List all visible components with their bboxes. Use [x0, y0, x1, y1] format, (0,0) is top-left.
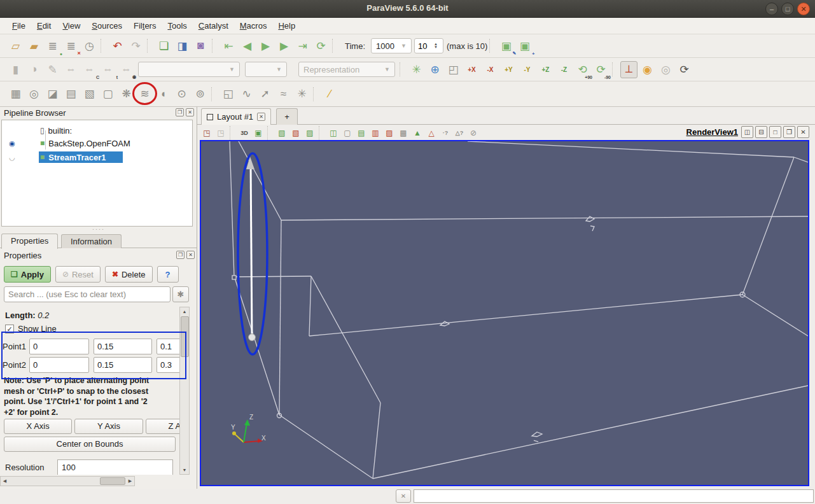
menu-edit[interactable]: Edit — [31, 19, 57, 32]
abort-progress-button[interactable]: ✕ — [396, 489, 411, 503]
point2-x-field[interactable] — [29, 357, 89, 373]
close-button[interactable]: ✕ — [797, 3, 810, 15]
set-view-minus-z-icon[interactable]: -Z — [555, 61, 573, 78]
undo-icon[interactable]: ↶ — [109, 38, 126, 55]
probe-location-icon[interactable]: ✳ — [293, 85, 310, 102]
title-bar[interactable]: ParaView 5.6.0 64-bit ‒□✕ — [0, 0, 815, 18]
scroll-down-icon[interactable]: ▼ — [180, 466, 189, 474]
point1-y-field[interactable] — [94, 339, 152, 354]
properties-vertical-scrollbar[interactable]: ▲ ▼ — [179, 307, 190, 475]
scroll-right-icon[interactable]: ▶ — [126, 477, 134, 486]
threshold-icon[interactable]: ▧ — [81, 85, 98, 102]
pipeline-item-builtin[interactable]: ▯ builtin: — [2, 124, 192, 137]
pipeline-item-streamtracer[interactable]: ◡ ■ StreamTracer1 — [2, 151, 192, 164]
maximize-view-button[interactable]: □ — [769, 126, 781, 138]
scrollbar-thumb[interactable] — [181, 316, 189, 357]
show-line-checkbox[interactable]: ✓ — [5, 325, 14, 333]
export-scene-icon[interactable]: ◳ — [200, 127, 213, 139]
new-layout-tab[interactable]: + — [276, 108, 298, 125]
menu-catalyst[interactable]: Catalyst — [193, 19, 234, 32]
maximize-button[interactable]: □ — [781, 3, 794, 15]
rotate-90-cw-icon[interactable]: ⟳-90 — [592, 61, 610, 78]
search-input[interactable] — [4, 286, 171, 302]
seed-line-sphere-handle[interactable] — [249, 334, 256, 341]
point1-x-field[interactable] — [29, 339, 89, 354]
plot-selection-over-time-icon[interactable]: ≈ — [275, 85, 292, 102]
split-horizontal-button[interactable]: ◫ — [741, 126, 753, 138]
center-on-bounds-button[interactable]: Center on Bounds — [4, 437, 176, 452]
zoom-to-box-icon[interactable]: ◰ — [445, 61, 462, 78]
extract-block-icon[interactable]: ⊚ — [192, 85, 209, 102]
visibility-eye-closed-icon[interactable]: ◡ — [7, 153, 17, 162]
color-palette-icon[interactable]: ◙ — [192, 38, 209, 55]
extract-selection-icon[interactable]: ◱ — [219, 85, 237, 102]
menu-file[interactable]: File — [6, 19, 31, 32]
connect-server-icon[interactable]: ≣● — [44, 38, 61, 55]
set-view-plus-x-icon[interactable]: +X — [463, 61, 480, 78]
pipeline-item-source[interactable]: ◉ ■ BackStep.OpenFOAM — [2, 137, 192, 150]
point2-y-field[interactable] — [94, 357, 152, 373]
reset-center-icon[interactable]: ⟳ — [676, 61, 693, 78]
pipeline-tree[interactable]: ▯ builtin: ◉ ■ BackStep.OpenFOAM ◡ ■ Str… — [1, 120, 193, 227]
resolution-input[interactable] — [57, 459, 173, 475]
adjust-camera-icon[interactable]: ▣✎ — [498, 38, 515, 55]
show-center-of-rotation-icon[interactable]: ◉ — [639, 61, 656, 78]
point1-z-field[interactable] — [157, 339, 179, 354]
open-file-icon[interactable]: ▱ — [7, 38, 24, 55]
properties-horizontal-scrollbar[interactable]: ◀ ▶ — [0, 476, 135, 486]
interactive-select-points-icon[interactable]: ▥ — [369, 127, 382, 139]
panel-splitter[interactable]: ···· — [0, 227, 197, 233]
apply-changes-icon[interactable]: ❏ — [155, 38, 172, 55]
scrollbar-thumb[interactable] — [100, 477, 125, 485]
render-view-canvas[interactable]: X Y Z — [200, 140, 809, 486]
menu-macros[interactable]: Macros — [234, 19, 273, 32]
close-panel-icon[interactable]: ✕ — [186, 108, 194, 116]
reset-session-icon[interactable]: ◷ — [81, 38, 98, 55]
split-vertical-button[interactable]: ⊟ — [755, 126, 767, 138]
zoom-to-data-icon[interactable]: ⊕ — [426, 61, 443, 78]
float-panel-icon[interactable]: ❐ — [176, 108, 184, 116]
stream-tracer-icon[interactable]: ≋ — [136, 85, 153, 102]
minimize-button[interactable]: ‒ — [765, 3, 778, 15]
apply-button[interactable]: ❏ Apply — [4, 266, 51, 283]
tooltip-point-icon[interactable]: △? — [453, 127, 466, 139]
show-orientation-axes-icon[interactable]: ⟂ — [620, 61, 637, 78]
warp-by-vector-icon[interactable]: ◖ — [155, 85, 172, 102]
set-view-minus-x-icon[interactable]: -X — [482, 61, 499, 78]
close-panel-icon[interactable]: ✕ — [186, 251, 195, 259]
scroll-left-icon[interactable]: ◀ — [1, 477, 9, 486]
select-cells-rect-icon[interactable]: ▧ — [275, 127, 288, 139]
toggle-interaction-mode[interactable]: 3D — [238, 127, 251, 139]
plot-over-time-icon[interactable]: ∿ — [238, 85, 255, 102]
float-view-button[interactable]: ❐ — [783, 126, 795, 138]
find-data-icon[interactable]: ◨ — [174, 38, 191, 55]
last-frame-icon[interactable]: ⇥ — [294, 38, 311, 55]
stream-seed-line-widget[interactable] — [246, 157, 256, 341]
hover-points-icon[interactable]: △ — [425, 127, 438, 139]
x-axis-button[interactable]: X Axis — [4, 419, 72, 434]
select-cells-frustum-icon[interactable]: ▢ — [341, 127, 354, 139]
disconnect-server-icon[interactable]: ≣✕ — [62, 38, 80, 55]
delete-button[interactable]: ✖ Delete — [105, 266, 153, 283]
search-options-gear-icon[interactable]: ✱ — [172, 286, 189, 302]
reset-camera-icon[interactable]: ✳ — [408, 61, 425, 78]
menu-sources[interactable]: Sources — [86, 19, 128, 32]
tab-information[interactable]: Information — [61, 234, 122, 248]
time-value-combobox[interactable]: 1000▼ — [371, 38, 412, 53]
tooltip-cell-icon[interactable]: ·? — [439, 127, 452, 139]
z-axis-button[interactable]: Z Axis — [146, 419, 179, 434]
slice-icon[interactable]: ▤ — [62, 85, 80, 102]
ruler-icon[interactable]: ⁄ — [321, 85, 338, 102]
float-panel-icon[interactable]: ❐ — [176, 251, 185, 259]
glyph-filter-icon[interactable]: ❋ — [118, 85, 135, 102]
menu-help[interactable]: Help — [272, 19, 301, 32]
tab-properties[interactable]: Properties — [1, 234, 58, 249]
rotate-90-ccw-icon[interactable]: ⟲+90 — [574, 61, 591, 78]
y-axis-button[interactable]: Y Axis — [74, 419, 143, 434]
hover-cells-icon[interactable]: ▲ — [411, 127, 424, 139]
visibility-eye-open-icon[interactable]: ◉ — [7, 139, 17, 148]
clip-icon[interactable]: ◪ — [44, 85, 61, 102]
select-points-rect-icon[interactable]: ▧ — [289, 127, 302, 139]
select-cells-polygon-icon[interactable]: ▨ — [303, 127, 316, 139]
add-camera-link-icon[interactable]: ▣+ — [516, 38, 533, 55]
